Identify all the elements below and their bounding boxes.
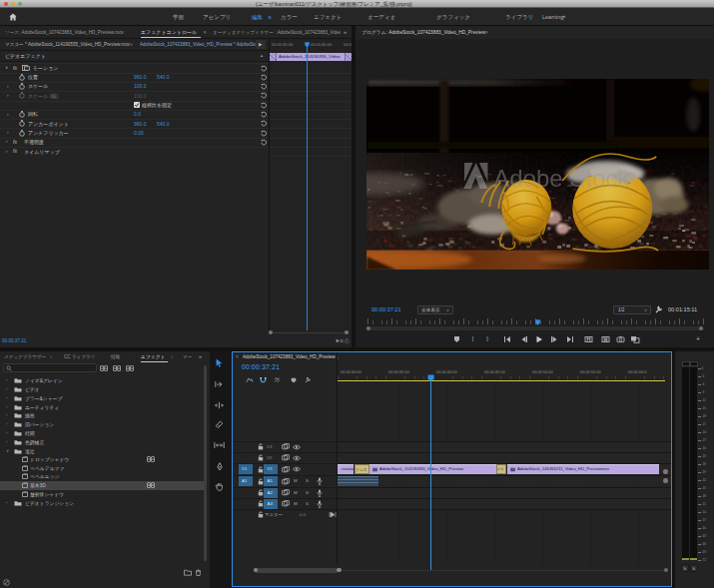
svg-text:Adobe Stock: Adobe Stock [493, 165, 630, 192]
